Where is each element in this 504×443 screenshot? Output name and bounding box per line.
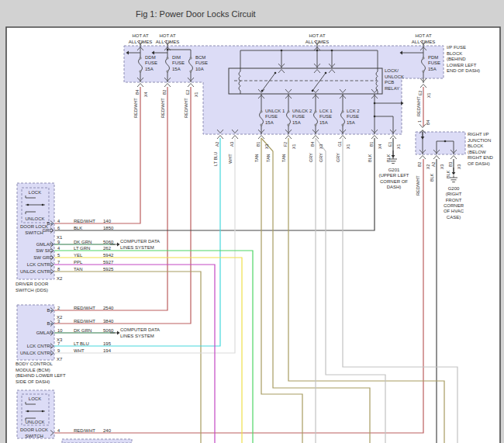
- row-circuit-number: 5927: [103, 260, 114, 265]
- dds-unlock-label: UNLOCK: [25, 216, 44, 221]
- pin-label: A2: [431, 162, 436, 167]
- fuse-unlck2-terminal: [288, 111, 289, 112]
- fuse-ddm-terminal: [140, 57, 141, 59]
- pin-label: X2: [426, 164, 430, 169]
- junction-dot: [167, 49, 169, 51]
- ground-g201-label: G201: [388, 168, 400, 172]
- pin-label: X3: [457, 164, 461, 169]
- pin-label: A2: [215, 142, 219, 147]
- fuse-dim-label: FUSE: [172, 61, 185, 65]
- pin-label: X1: [194, 92, 198, 97]
- pin-label: X1: [292, 144, 296, 149]
- dds-name: DRIVER DOOR: [16, 282, 49, 286]
- figure-title: Fig 1: Power Door Locks Circuit: [136, 9, 256, 19]
- dls-lock-label: LOCK: [29, 396, 41, 401]
- row-circuit-number: 5060: [103, 328, 114, 333]
- junction-block-label: RIGHT END: [468, 155, 494, 160]
- ground-g200-label: G200: [448, 186, 460, 191]
- ground-g201-label: (UPPER LEFT: [378, 173, 409, 178]
- connector-x7-bcm: X7: [57, 357, 63, 362]
- fuse-pdm-terminal: [423, 71, 424, 72]
- hot-at-all-times-1: ALL TIMES: [129, 40, 152, 44]
- row-wire-color: RED/WHT: [74, 306, 95, 310]
- junction-dot: [325, 72, 327, 74]
- fuse-pdm-label: PDM: [428, 55, 438, 60]
- ip-fuse-block-label: LOWER LEFT: [447, 63, 477, 67]
- wire-color-label: RED/WHT: [184, 98, 188, 118]
- ground-g200-label: CASE): [447, 215, 461, 220]
- bcm-pin-bplus1: B+: [47, 308, 53, 313]
- row-pin-number: 5: [57, 253, 60, 258]
- fuse-ddm-label: FUSE: [145, 61, 157, 65]
- dls-switch-title: SWITCH: [25, 434, 43, 438]
- row-pin-number: 7: [57, 260, 60, 265]
- partial-next-block: [62, 439, 132, 443]
- ground-g200-label: CORNER: [444, 203, 464, 208]
- wire-color-label: BLK: [386, 154, 391, 162]
- pin-label: A3: [230, 142, 234, 147]
- fuse-unlck1-terminal: [261, 111, 262, 112]
- wire-color-label: GRY: [336, 153, 340, 162]
- pin-label: B3: [448, 162, 453, 167]
- pin-label: 1: [417, 120, 422, 123]
- row-circuit-number: 2540: [103, 306, 114, 310]
- ip-fuse-block-label: (BEHIND: [447, 57, 466, 61]
- wire-color-label: TAN: [266, 154, 271, 162]
- junction-dot: [27, 410, 29, 413]
- fuse-dim-terminal: [167, 71, 168, 72]
- junction-dot: [27, 204, 29, 206]
- dds-name: SWITCH (DDS): [16, 288, 48, 292]
- bcm-name: BODY CONTROL: [16, 362, 54, 366]
- fuse-ddm-label: DDM: [145, 55, 156, 60]
- fuse-lck2-terminal: [342, 111, 343, 112]
- computer-data-lines-2: LINES SYSTEM: [120, 334, 154, 338]
- fuse-ddm-terminal: [140, 71, 141, 72]
- junction-dot: [374, 102, 376, 105]
- fuse-unlck1-label: FUSE: [265, 114, 278, 119]
- fuse-lck1-terminal: [315, 124, 316, 126]
- diagram-layers: DDMFUSE15ADIMFUSE15ABCMFUSE10APDMFUSE15A…: [6, 27, 500, 443]
- hot-at-all-times-2: HOT AT: [159, 33, 175, 38]
- row-circuit-number: 140: [103, 219, 112, 223]
- pin-label: E2: [185, 90, 190, 95]
- dls-switch-title: DOOR LOCK: [20, 427, 48, 432]
- pin-label: E1: [388, 142, 392, 147]
- pin-label: F2: [283, 142, 288, 147]
- pin-label: X1: [346, 144, 350, 149]
- dds-switch-title: SWITCH: [25, 230, 43, 235]
- fuse-unlck1-label: UNLCK 1: [265, 109, 285, 113]
- junction-dot: [42, 204, 44, 206]
- wiring-diagram: Fig 1: Power Door Locks Circuit DDMFUSE1…: [0, 0, 504, 443]
- junction-dot: [331, 50, 333, 52]
- row-circuit-number: 194: [103, 348, 112, 353]
- hot-at-all-times-2: ALL TIMES: [156, 40, 179, 44]
- screenshot-root: Fig 1: Power Door Locks Circuit DDMFUSE1…: [0, 0, 504, 443]
- row-circuit-number: 5060: [103, 240, 114, 244]
- row-pin-number: 2: [57, 306, 60, 310]
- pin-label: X3: [440, 164, 444, 169]
- pin-label: B2: [417, 162, 422, 167]
- junction-block-label: JUNCTION: [468, 138, 491, 143]
- bcm-pin-unlckcntrl: UNLCK CNTRL: [20, 351, 54, 355]
- fuse-dim-terminal: [167, 57, 168, 59]
- pin-label: B1: [256, 142, 261, 147]
- row-wire-color: YEL: [74, 253, 83, 258]
- row-wire-color: DK GRN: [74, 328, 91, 333]
- pin-label: B4: [426, 120, 430, 125]
- relay-label: RELAY: [385, 86, 399, 91]
- ip-fuse-block-label: BLOCK: [447, 51, 462, 56]
- row-wire-color: BLK: [74, 226, 82, 230]
- bcm-pin-lckcntrl: LCK CNTRL: [27, 344, 54, 348]
- junction-block-label: (BELOW: [468, 150, 486, 154]
- wire-color-label: BLK: [446, 170, 450, 178]
- junction-block-label: RIGHT I/P: [468, 132, 489, 137]
- row-wire-color: RED/WHT: [74, 219, 95, 223]
- junction-dot: [42, 410, 44, 413]
- fuse-unlck2-label: 15A: [292, 120, 301, 125]
- dds-pin-grd: GRD: [43, 228, 54, 233]
- ip-fuse-block-label: END OF DASH): [447, 68, 480, 73]
- row-circuit-number: 5925: [103, 267, 114, 272]
- pin-label: X4: [378, 144, 382, 149]
- fuse-lck1-label: FUSE: [319, 114, 332, 119]
- pin-label: E2: [418, 91, 423, 95]
